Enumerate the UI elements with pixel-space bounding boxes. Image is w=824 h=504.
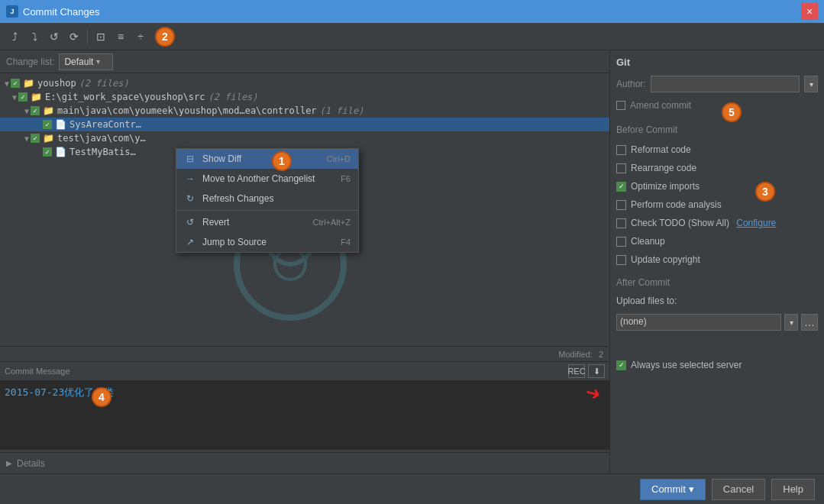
step-badge-5: 5 — [722, 102, 742, 122]
checkbox-src[interactable] — [18, 92, 27, 102]
ctx-label-move: Move to Another Changelist — [202, 173, 334, 184]
ctx-item-jump[interactable]: ↗ Jump to Source F4 — [176, 232, 358, 252]
check-copyright: Update copyright — [616, 253, 818, 267]
tree-meta-src: (2 files) — [208, 92, 258, 102]
checkbox-always-server[interactable] — [616, 360, 626, 370]
folder-icon-youshop: 📁 — [23, 78, 34, 89]
commit-message-input[interactable] — [0, 381, 609, 450]
change-list-dropdown[interactable]: Default ▾ — [59, 53, 113, 70]
upload-more-btn[interactable]: … — [801, 314, 818, 331]
modified-label: Modified: — [558, 350, 593, 359]
upload-label: Upload files to: — [616, 296, 818, 306]
change-list-bar: Change list: Default ▾ — [0, 50, 609, 73]
checkbox-cleanup[interactable] — [616, 237, 626, 247]
ctx-item-move[interactable]: → Move to Another Changelist F6 — [176, 169, 358, 189]
help-button[interactable]: Help — [771, 479, 815, 500]
toolbar-btn-menu[interactable]: ≡ — [112, 28, 129, 45]
author-label: Author: — [616, 79, 646, 89]
tree-arrow-youshop: ▼ — [5, 79, 9, 88]
upload-dropdown-btn[interactable]: ▾ — [784, 314, 798, 331]
checkbox-testmybatis[interactable] — [43, 147, 52, 157]
amend-label: Amend commit — [630, 100, 691, 111]
details-bar[interactable]: ▶ Details — [0, 452, 609, 473]
folder-icon-test: 📁 — [43, 133, 54, 144]
author-row: Author: ▾ — [616, 76, 818, 92]
tree-text-youshop: youshop — [37, 78, 76, 89]
configure-link[interactable]: Configure — [736, 218, 776, 228]
ctx-item-revert[interactable]: ↺ Revert Ctrl+Alt+Z — [176, 212, 358, 232]
commit-message-header: Commit Message REC ⬇ — [0, 362, 609, 381]
checkbox-reformat[interactable] — [616, 145, 626, 155]
toolbar-btn-settings[interactable]: ÷ — [132, 28, 149, 45]
check-cleanup: Cleanup — [616, 234, 818, 248]
ctx-icon-jump: ↗ — [184, 236, 196, 248]
close-button[interactable]: × — [801, 3, 818, 20]
folder-icon-src: 📁 — [31, 92, 42, 102]
tree-item-controller[interactable]: ▼ 📁 main\java\com\youmeek\youshop\mod…ea… — [0, 104, 609, 118]
amend-checkbox[interactable] — [616, 101, 625, 110]
check-code-analysis: Perform code analysis — [616, 198, 818, 212]
context-menu: ⊟ Show Diff Ctrl+D → Move to Another Cha… — [176, 148, 359, 253]
ctx-item-refresh[interactable]: ↻ Refresh Changes — [176, 189, 358, 208]
toolbar-btn-diff[interactable]: ⊡ — [92, 28, 109, 45]
toolbar-separator-1 — [87, 30, 88, 44]
toolbar-btn-update[interactable]: ⤵ — [26, 28, 43, 45]
tree-item-test[interactable]: ▼ 📁 test\java\com\y… — [0, 131, 609, 145]
ctx-label-refresh: Refresh Changes — [202, 193, 344, 204]
details-arrow: ▶ — [6, 459, 12, 467]
checkbox-controller[interactable] — [31, 106, 40, 115]
ctx-label-show-diff: Show Diff — [202, 153, 321, 164]
file-icon-testmybatis: 📄 — [55, 147, 66, 157]
content-row: Change list: Default ▾ ▼ 📁 youshop (2 fi… — [0, 50, 824, 473]
change-list-value: Default — [64, 57, 93, 67]
tree-item-youshop[interactable]: ▼ 📁 youshop (2 files) — [0, 76, 609, 90]
check-text-code-analysis: Perform code analysis — [631, 199, 722, 210]
modified-count: 2 — [599, 350, 603, 359]
left-panel: Change list: Default ▾ ▼ 📁 youshop (2 fi… — [0, 50, 610, 473]
checkbox-test[interactable] — [31, 134, 40, 143]
toolbar-btn-rollback[interactable]: ⟳ — [66, 28, 82, 45]
ctx-shortcut-jump: F4 — [341, 237, 351, 247]
check-text-todo: Check TODO (Show All) — [631, 218, 732, 228]
title-bar: J Commit Changes × — [0, 0, 824, 23]
tree-item-src[interactable]: ▼ 📁 E:\git_work_space\youshop\src (2 fil… — [0, 90, 609, 104]
commit-message-area: 4 — [0, 381, 609, 452]
ctx-icon-revert: ↺ — [184, 216, 196, 228]
checkbox-sysarea[interactable] — [43, 120, 52, 129]
checkbox-rearrange[interactable] — [616, 163, 626, 173]
ctx-shortcut-revert: Ctrl+Alt+Z — [312, 218, 351, 227]
tree-meta-controller: (1 file) — [320, 105, 364, 116]
check-optimize: Optimize imports — [616, 179, 818, 193]
commit-button-label: Commit — [651, 483, 686, 495]
author-dropdown-btn[interactable]: ▾ — [804, 76, 818, 92]
tree-arrow-src: ▼ — [12, 93, 17, 102]
checkbox-optimize[interactable] — [616, 182, 626, 192]
red-arrow-area — [616, 335, 818, 354]
modified-bar: Modified: 2 — [0, 346, 609, 361]
right-panel: Git 5 Author: ▾ Amend commit Before Comm… — [610, 50, 824, 473]
cancel-button[interactable]: Cancel — [712, 479, 765, 500]
commit-msg-btn-arrow[interactable]: ⬇ — [588, 364, 605, 378]
app-icon: J — [6, 5, 18, 18]
commit-button[interactable]: Commit ▾ — [640, 479, 706, 500]
checkbox-code-analysis[interactable] — [616, 200, 626, 210]
ctx-separator — [176, 210, 358, 211]
toolbar-btn-refresh[interactable]: ⤴ — [6, 28, 23, 45]
author-input[interactable] — [651, 76, 800, 92]
check-rearrange: Rearrange code — [616, 161, 818, 175]
after-commit-label: After Commit — [616, 277, 818, 288]
checkbox-youshop[interactable] — [11, 79, 20, 88]
checkbox-copyright[interactable] — [616, 255, 626, 265]
main-container: ⤴ ⤵ ↺ ⟳ ⊡ ≡ ÷ 2 Change list: Default ▾ — [0, 23, 824, 504]
tree-arrow-controller: ▼ — [24, 107, 29, 115]
ctx-icon-move: → — [184, 173, 196, 185]
toolbar-btn-revert[interactable]: ↺ — [46, 28, 63, 45]
upload-dropdown[interactable]: (none) — [616, 314, 781, 331]
check-reformat: Reformat code — [616, 143, 818, 157]
commit-msg-btn-rec[interactable]: REC — [568, 364, 585, 378]
tree-item-sysarea[interactable]: ▶ 📄 SysAreaContr… — [0, 118, 609, 131]
checkbox-todo[interactable] — [616, 218, 626, 228]
commit-message-tools: REC ⬇ — [568, 364, 605, 378]
ctx-item-show-diff[interactable]: ⊟ Show Diff Ctrl+D — [176, 149, 358, 169]
step-badge-3: 3 — [755, 182, 775, 202]
